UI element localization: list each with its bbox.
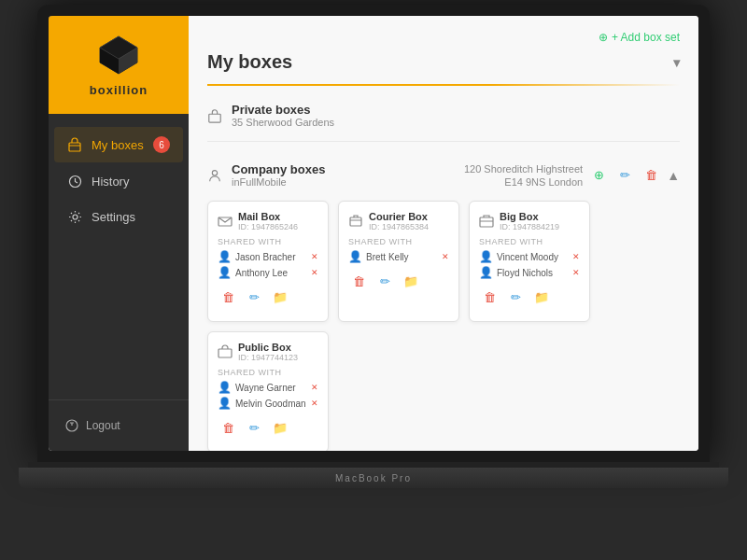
group-info-private: Private boxes 35 Sherwood Gardens bbox=[232, 103, 334, 128]
big-box-id: ID: 1947884219 bbox=[500, 222, 559, 231]
public-shared-label: SHARED WITH bbox=[218, 368, 318, 377]
big-shared-label: SHARED WITH bbox=[479, 237, 580, 246]
company-collapse-icon[interactable]: ▲ bbox=[667, 168, 680, 183]
courier-delete-btn[interactable]: 🗑 bbox=[348, 271, 369, 291]
mail-folder-btn[interactable]: 📁 bbox=[270, 287, 290, 307]
big-user-2: 👤 Floyd Nichols ✕ bbox=[479, 266, 580, 279]
mail-card-actions: 🗑 ✏ 📁 bbox=[218, 287, 318, 307]
mail-edit-btn[interactable]: ✏ bbox=[244, 287, 264, 307]
svg-rect-15 bbox=[350, 217, 361, 226]
big-user-1: 👤 Vincent Moody ✕ bbox=[479, 250, 580, 263]
big-user-1-name: Vincent Moody bbox=[497, 252, 558, 262]
big-user-2-remove[interactable]: ✕ bbox=[572, 268, 580, 277]
mail-box-icon bbox=[218, 214, 233, 229]
public-box-id: ID: 1947744123 bbox=[238, 353, 298, 362]
big-edit-btn[interactable]: ✏ bbox=[505, 287, 526, 307]
big-user-1-remove[interactable]: ✕ bbox=[572, 252, 580, 261]
courier-user-1-name: Brett Kelly bbox=[366, 252, 409, 262]
person-icon-1: 👤 bbox=[218, 250, 232, 263]
big-card-actions: 🗑 ✏ 📁 bbox=[479, 287, 580, 307]
mail-user-1-remove[interactable]: ✕ bbox=[311, 252, 318, 261]
company-box-cards: Mail Box ID: 1947865246 SHARED WITH 👤 Ja… bbox=[207, 201, 680, 451]
company-add-button[interactable]: ⊕ bbox=[588, 165, 609, 186]
private-boxes-icon bbox=[207, 108, 222, 123]
group-header-private: Private boxes 35 Sherwood Gardens bbox=[207, 97, 680, 133]
courier-box-header: Courier Box ID: 1947865384 bbox=[348, 211, 449, 231]
sidebar: boxillion My boxes 6 bbox=[49, 16, 189, 451]
company-delete-button[interactable]: 🗑 bbox=[641, 165, 661, 186]
public-user-2: 👤 Melvin Goodman ✕ bbox=[218, 397, 318, 410]
group-address-private: 35 Sherwood Gardens bbox=[232, 117, 334, 128]
public-card-actions: 🗑 ✏ 📁 bbox=[218, 417, 318, 438]
box-card-mail: Mail Box ID: 1947865246 SHARED WITH 👤 Ja… bbox=[207, 201, 329, 322]
page-title: My boxes bbox=[207, 51, 292, 73]
svg-rect-17 bbox=[218, 349, 232, 357]
svg-rect-12 bbox=[209, 114, 220, 122]
group-header-left-private: Private boxes 35 Sherwood Gardens bbox=[207, 103, 334, 128]
public-box-icon bbox=[218, 344, 233, 359]
courier-user-1-remove[interactable]: ✕ bbox=[442, 252, 449, 261]
group-name-company: Company boxes bbox=[232, 162, 325, 176]
laptop-base: MacBook Pro bbox=[19, 468, 728, 488]
big-folder-btn[interactable]: 📁 bbox=[531, 287, 552, 307]
box-icon bbox=[67, 137, 82, 152]
company-boxes-icon bbox=[207, 168, 222, 183]
mail-box-id: ID: 1947865246 bbox=[238, 222, 298, 231]
sidebar-label-settings: Settings bbox=[92, 210, 135, 224]
logout-button[interactable]: Logout bbox=[60, 412, 177, 440]
group-subname-company: inFullMobile bbox=[232, 176, 325, 188]
public-user-2-remove[interactable]: ✕ bbox=[311, 399, 318, 408]
sidebar-item-my-boxes[interactable]: My boxes 6 bbox=[54, 127, 183, 162]
nav-bottom: Logout bbox=[49, 399, 189, 451]
box-group-private: Private boxes 35 Sherwood Gardens bbox=[207, 97, 680, 142]
section-title: My boxes ▾ bbox=[207, 51, 680, 73]
logout-icon bbox=[65, 419, 78, 432]
public-user-1-name: Wayne Garner bbox=[235, 383, 296, 393]
group-name-private: Private boxes bbox=[232, 103, 334, 117]
group-header-left-company: Company boxes inFullMobile bbox=[207, 162, 325, 188]
sidebar-item-settings[interactable]: Settings bbox=[54, 200, 183, 233]
logo-area: boxillion bbox=[49, 16, 189, 114]
box-card-big: Big Box ID: 1947884219 SHARED WITH 👤 Vin… bbox=[469, 201, 590, 322]
public-edit-btn[interactable]: ✏ bbox=[244, 417, 264, 438]
sidebar-item-history[interactable]: History bbox=[54, 164, 183, 198]
mail-user-1-name: Jason Bracher bbox=[235, 252, 295, 262]
app-screen: boxillion My boxes 6 bbox=[49, 16, 698, 451]
group-info-company: Company boxes inFullMobile bbox=[232, 162, 325, 188]
section-collapse-icon[interactable]: ▾ bbox=[673, 55, 680, 70]
mail-user-2-remove[interactable]: ✕ bbox=[311, 268, 318, 277]
my-boxes-badge: 6 bbox=[153, 136, 170, 153]
svg-point-8 bbox=[73, 215, 78, 219]
mail-box-header: Mail Box ID: 1947865246 bbox=[218, 211, 318, 231]
courier-edit-btn[interactable]: ✏ bbox=[374, 271, 395, 291]
mail-delete-btn[interactable]: 🗑 bbox=[218, 287, 238, 307]
nav-items: My boxes 6 History bbox=[49, 114, 189, 399]
main-content: ⊕ + Add box set My boxes ▾ bbox=[189, 16, 698, 451]
public-folder-btn[interactable]: 📁 bbox=[270, 417, 290, 438]
public-user-1: 👤 Wayne Garner ✕ bbox=[218, 381, 318, 394]
laptop-brand: MacBook Pro bbox=[335, 473, 412, 483]
box-card-courier: Courier Box ID: 1947865384 SHARED WITH 👤… bbox=[338, 201, 459, 322]
big-box-icon bbox=[479, 214, 494, 229]
courier-box-title: Courier Box bbox=[369, 211, 429, 222]
mail-user-2: 👤 Anthony Lee ✕ bbox=[218, 266, 318, 279]
svg-rect-16 bbox=[480, 217, 493, 227]
add-box-set-button[interactable]: ⊕ + Add box set bbox=[207, 31, 680, 44]
courier-shared-label: SHARED WITH bbox=[348, 237, 449, 246]
person-icon-3: 👤 bbox=[348, 250, 362, 263]
group-divider-private bbox=[207, 141, 680, 142]
logout-label: Logout bbox=[86, 419, 120, 432]
public-user-2-name: Melvin Goodman bbox=[235, 399, 306, 409]
section-divider bbox=[207, 84, 680, 86]
laptop-wrapper: boxillion My boxes 6 bbox=[9, 5, 738, 555]
public-delete-btn[interactable]: 🗑 bbox=[218, 417, 238, 438]
public-user-1-remove[interactable]: ✕ bbox=[311, 383, 318, 392]
courier-folder-btn[interactable]: 📁 bbox=[401, 271, 421, 291]
svg-point-13 bbox=[212, 170, 217, 175]
company-edit-button[interactable]: ✏ bbox=[614, 165, 635, 186]
person-icon-2: 👤 bbox=[218, 266, 232, 279]
group-header-company: Company boxes inFullMobile 120 Shoreditc… bbox=[207, 157, 680, 193]
app-name: boxillion bbox=[90, 83, 148, 97]
courier-user-1: 👤 Brett Kelly ✕ bbox=[348, 250, 449, 263]
big-delete-btn[interactable]: 🗑 bbox=[479, 287, 500, 307]
